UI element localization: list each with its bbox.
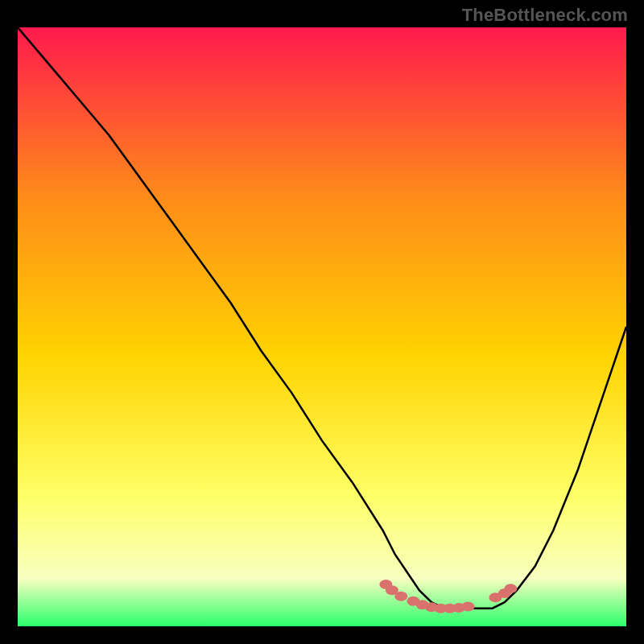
chart-svg — [18, 27, 626, 626]
plot-frame — [18, 27, 626, 626]
scatter-dot — [394, 592, 407, 601]
gradient-background — [18, 27, 626, 626]
scatter-dot — [461, 601, 474, 611]
watermark-text: TheBottleneck.com — [462, 5, 628, 26]
scatter-dot — [504, 584, 517, 593]
chart-container: TheBottleneck.com — [0, 0, 644, 644]
